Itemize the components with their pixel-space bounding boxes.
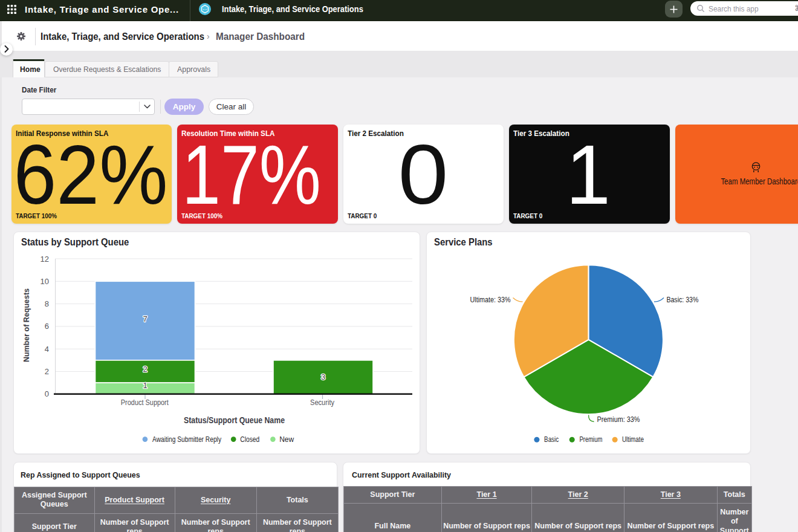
svg-text:Awaiting Submitter Reply: Awaiting Submitter Reply — [152, 435, 222, 444]
svg-text:Security: Security — [310, 398, 334, 407]
svg-text:Ultimate: Ultimate — [622, 435, 644, 444]
svg-text:7: 7 — [143, 314, 147, 323]
svg-text:10: 10 — [41, 277, 49, 286]
svg-text:2: 2 — [143, 365, 147, 374]
svg-text:Product Support: Product Support — [121, 398, 169, 407]
svg-text:Ultimate: 33%: Ultimate: 33% — [470, 295, 511, 304]
svg-text:Basic: 33%: Basic: 33% — [666, 295, 698, 304]
svg-text:Number of Requests: Number of Requests — [22, 288, 31, 362]
svg-text:2: 2 — [45, 367, 49, 376]
svg-text:3: 3 — [321, 372, 325, 381]
svg-text:0: 0 — [45, 389, 49, 398]
svg-text:8: 8 — [45, 299, 49, 308]
svg-text:New: New — [279, 435, 294, 444]
svg-text:Premium: Premium — [579, 435, 602, 444]
svg-text:Basic: Basic — [544, 435, 559, 444]
svg-text:12: 12 — [41, 255, 49, 264]
svg-text:Closed: Closed — [240, 435, 259, 444]
svg-text:Premium: 33%: Premium: 33% — [597, 415, 640, 424]
svg-text:Status/Support Queue Name: Status/Support Queue Name — [184, 415, 285, 425]
svg-text:1: 1 — [143, 381, 147, 390]
svg-text:6: 6 — [45, 322, 49, 331]
svg-text:4: 4 — [45, 345, 49, 354]
